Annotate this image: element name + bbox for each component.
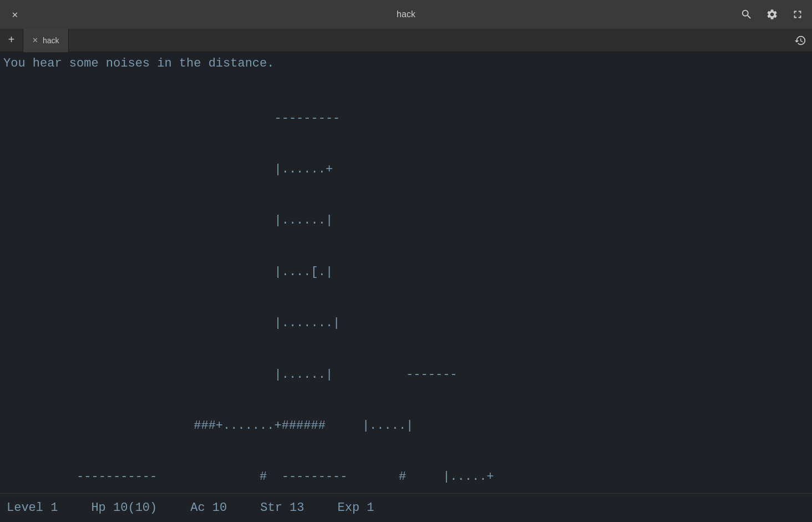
str-value: 13 [290, 501, 304, 515]
game-area: You hear some noises in the distance. --… [0, 52, 812, 493]
search-icon[interactable] [739, 7, 754, 22]
str-display: Str 13 [260, 501, 304, 515]
map-line-8: ----------- # --------- # |.....+ [3, 469, 809, 486]
map-line-4: |....[.| [3, 264, 809, 281]
ac-label: Ac [190, 501, 205, 515]
map-line-6: |......| ------- [3, 367, 809, 384]
hp-display: Hp 10(10) [91, 501, 157, 515]
game-message: You hear some noises in the distance. [3, 57, 809, 70]
titlebar-icons [739, 7, 805, 22]
statusbar: Level 1 Hp 10(10) Ac 10 Str 13 Exp 1 [0, 493, 812, 522]
new-tab-button[interactable]: + [0, 29, 23, 52]
window-title: hack [397, 9, 415, 19]
exp-display: Exp 1 [337, 501, 374, 515]
exp-label: Exp [337, 501, 359, 515]
tabbar: + ✕ hack [0, 29, 812, 52]
level-label: Level [7, 501, 43, 515]
level-display: Level 1 [7, 501, 58, 515]
hp-label: Hp [91, 501, 105, 515]
tab-label: hack [43, 36, 59, 45]
game-map: --------- |......+ |......| |....[.| [3, 76, 809, 493]
close-button[interactable]: ✕ [7, 6, 23, 23]
tab-close-button[interactable]: ✕ [32, 36, 38, 44]
map-line-2: |......+ [3, 161, 809, 179]
history-button[interactable] [789, 29, 812, 52]
ac-value: 10 [212, 501, 227, 515]
settings-icon[interactable] [764, 7, 780, 22]
map-line-3: |......| [3, 212, 809, 230]
fullscreen-icon[interactable] [790, 7, 805, 22]
map-line-5: |.......| [3, 315, 809, 332]
level-number: 1 [50, 501, 58, 515]
ac-display: Ac 10 [190, 501, 227, 515]
titlebar: ✕ hack [0, 0, 812, 29]
tab-hack[interactable]: ✕ hack [23, 29, 69, 52]
exp-value: 1 [367, 501, 374, 515]
map-line-7: ###+.......+###### |.....| [3, 418, 809, 435]
map-line-1: --------- [3, 110, 809, 128]
str-label: Str [260, 501, 282, 515]
hp-value: 10(10) [113, 501, 157, 515]
